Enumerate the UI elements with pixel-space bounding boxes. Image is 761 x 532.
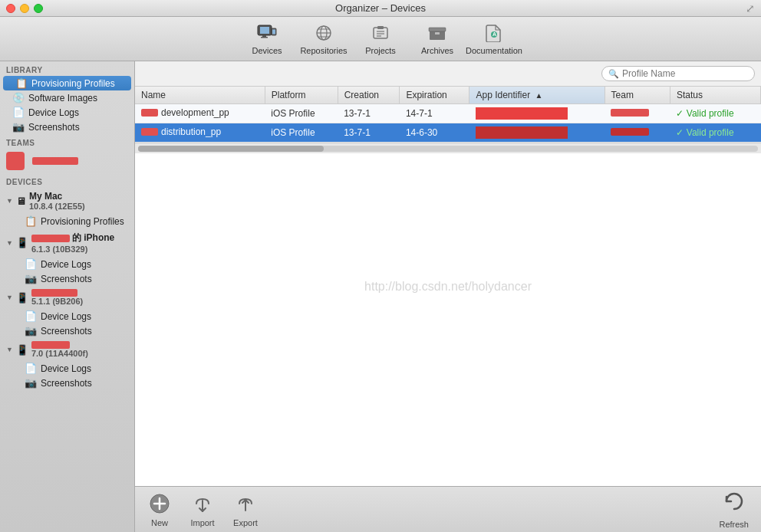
cell-expiration-2: 14-6-30 [400, 123, 469, 143]
window-controls [6, 4, 43, 13]
pp-mac-icon: 📋 [25, 215, 37, 227]
new-label: New [151, 518, 168, 527]
table-container[interactable]: Name Platform Creation Expiration App Id… [135, 87, 761, 143]
maximize-button[interactable] [34, 4, 43, 13]
search-bar: 🔍 [135, 61, 761, 87]
sidebar-item-software-images[interactable]: 💿 Software Images [0, 90, 134, 105]
cell-name-1: development_pp [135, 104, 265, 121]
cell-team-1 [605, 104, 670, 123]
toolbar-item-devices[interactable]: Devices [240, 20, 294, 58]
documentation-label: Documentation [466, 46, 522, 55]
sidebar-item-device-logs-3[interactable]: 📄 Device Logs [0, 361, 134, 376]
col-team[interactable]: Team [605, 87, 670, 104]
import-button[interactable]: Import [190, 491, 215, 527]
sidebar-item-device-logs-iphone[interactable]: 📄 Device Logs [0, 257, 134, 271]
sidebar-item-screenshots-iphone[interactable]: 📷 Screenshots [0, 271, 134, 286]
export-button[interactable]: Export [233, 491, 258, 527]
table-row-selected[interactable]: distribution_pp iOS Profile 13-7-1 14-6-… [135, 123, 761, 143]
col-app-identifier[interactable]: App Identifier ▲ [469, 87, 605, 104]
col-status[interactable]: Status [670, 87, 760, 104]
sidebar-item-provisioning-profiles-label: Provisioning Profiles [31, 78, 115, 89]
toolbar-item-documentation[interactable]: A Documentation [467, 20, 521, 58]
content-area: 🔍 Name Platform Creation Expiration App … [135, 61, 761, 532]
toolbar-item-repositories[interactable]: Repositories [297, 20, 351, 58]
table-header-row: Name Platform Creation Expiration App Id… [135, 87, 761, 104]
library-section-header: Library [0, 61, 134, 76]
row2-name-redacted [141, 128, 158, 136]
footer-left: New Import [147, 491, 258, 527]
col-expiration[interactable]: Expiration [400, 87, 469, 104]
device2-name-redacted [31, 289, 77, 297]
sidebar-item-provisioning-profiles[interactable]: 📋 Provisioning Profiles [3, 76, 131, 90]
archives-icon [427, 22, 448, 44]
software-images-icon: 💿 [12, 92, 25, 103]
sidebar-item-screenshots-2-label: Screenshots [41, 326, 92, 337]
profiles-table: Name Platform Creation Expiration App Id… [135, 87, 761, 143]
sidebar-device-mymac[interactable]: ▼ 🖥 My Mac 10.8.4 (12E55) [0, 188, 134, 214]
export-icon [233, 491, 258, 516]
table-row[interactable]: development_pp iOS Profile 13-7-1 14-7-1… [135, 104, 761, 123]
cell-platform-2: iOS Profile [265, 123, 338, 143]
new-button[interactable]: New [147, 491, 172, 527]
sidebar-device-3[interactable]: ▼ 📱 7.0 (11A4400f) [0, 338, 134, 361]
provisioning-profiles-icon: 📋 [15, 77, 28, 89]
sidebar-item-device-logs-iphone-label: Device Logs [41, 259, 91, 270]
hscroll-thumb[interactable] [138, 146, 324, 152]
refresh-button[interactable]: Refresh [719, 490, 749, 529]
row1-name-redacted [141, 109, 158, 117]
minimize-button[interactable] [20, 4, 29, 13]
team-item[interactable] [0, 149, 134, 173]
sidebar-item-screenshots-iphone-label: Screenshots [41, 274, 92, 284]
sidebar-item-screenshots-lib[interactable]: 📷 Screenshots [0, 120, 134, 134]
devices-label: Devices [252, 46, 282, 55]
device3-name-redacted [31, 341, 70, 349]
sidebar-device-2[interactable]: ▼ 📱 5.1.1 (9B206) [0, 286, 134, 309]
col-platform[interactable]: Platform [265, 87, 338, 104]
toolbar-item-archives[interactable]: Archives [410, 20, 464, 58]
status-badge-2: ✓ Valid profile [676, 127, 733, 138]
iphone-icon: 📱 [16, 237, 28, 248]
projects-label: Projects [365, 46, 396, 55]
col-name[interactable]: Name [135, 87, 265, 104]
cell-platform-1: iOS Profile [265, 104, 338, 123]
iphone-name-suffix: 的 iPhone [72, 232, 114, 245]
cell-creation-2: 13-7-1 [338, 123, 400, 143]
close-button[interactable] [6, 4, 15, 13]
screenshots-2-icon: 📷 [25, 325, 37, 337]
toolbar: Devices Repositories Projects [0, 17, 761, 61]
refresh-label: Refresh [719, 520, 749, 529]
toolbar-item-projects[interactable]: Projects [354, 20, 407, 58]
svg-rect-3 [261, 37, 268, 38]
sidebar-item-provisioning-profiles-mac[interactable]: 📋 Provisioning Profiles [0, 214, 134, 228]
mymac-version: 10.8.4 (12E55) [29, 202, 85, 211]
sidebar-item-screenshots-3-label: Screenshots [41, 378, 92, 389]
sidebar-device-iphone[interactable]: ▼ 📱 的 iPhone 6.1.3 (10B329) [0, 228, 134, 257]
svg-rect-1 [260, 27, 269, 34]
sidebar-item-screenshots-2[interactable]: 📷 Screenshots [0, 323, 134, 338]
col-creation[interactable]: Creation [338, 87, 400, 104]
triangle-icon-3: ▼ [6, 294, 13, 301]
device-logs-iphone-icon: 📄 [25, 258, 37, 270]
app-id-redacted-1 [476, 107, 568, 120]
iphone-name-redacted [31, 235, 70, 242]
sidebar-item-device-logs-2-label: Device Logs [41, 311, 91, 322]
search-input[interactable] [622, 68, 748, 79]
svg-rect-12 [377, 26, 384, 29]
horizontal-scrollbar[interactable] [135, 143, 761, 153]
sidebar-item-screenshots-3[interactable]: 📷 Screenshots [0, 376, 134, 390]
teams-section-header: Teams [0, 134, 134, 149]
triangle-icon-4: ▼ [6, 346, 13, 353]
search-input-wrapper: 🔍 [601, 66, 755, 81]
resize-icon: ⤢ [746, 2, 755, 15]
svg-rect-17 [429, 28, 446, 31]
iphone-name: 的 iPhone [31, 232, 114, 245]
team-redacted-2 [611, 128, 649, 136]
hscroll-track[interactable] [138, 146, 758, 152]
sidebar-item-device-logs-2[interactable]: 📄 Device Logs [0, 309, 134, 323]
main-layout: Library 📋 Provisioning Profiles 💿 Softwa… [0, 61, 761, 532]
triangle-icon: ▼ [6, 197, 13, 205]
sidebar-item-device-logs-lib[interactable]: 📄 Device Logs [0, 105, 134, 120]
sidebar-item-pp-mac-label: Provisioning Profiles [41, 216, 124, 227]
export-label: Export [233, 518, 258, 527]
new-icon [147, 491, 172, 516]
